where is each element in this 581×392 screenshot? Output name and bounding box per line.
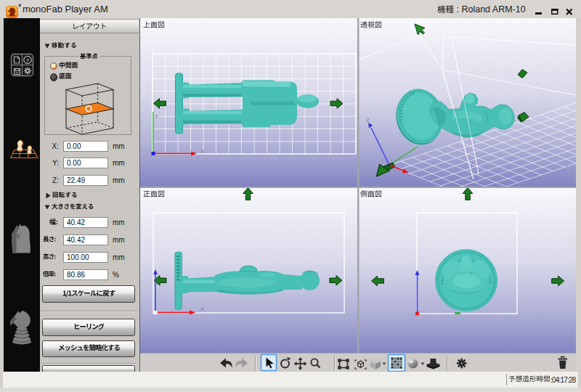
svg-text:Z: Z — [366, 117, 370, 123]
svg-text:X: X — [200, 148, 205, 155]
svg-text:?: ? — [26, 57, 30, 64]
svg-text:Y: Y — [155, 113, 159, 120]
svg-text:X: X — [200, 306, 205, 312]
